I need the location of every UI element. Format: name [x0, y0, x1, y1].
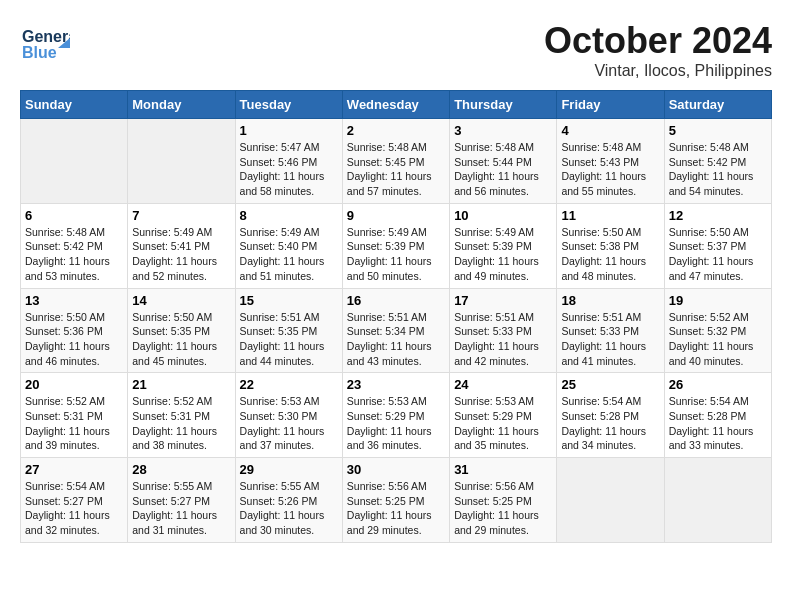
- day-info: Sunrise: 5:55 AM Sunset: 5:27 PM Dayligh…: [132, 479, 230, 538]
- day-info: Sunrise: 5:56 AM Sunset: 5:25 PM Dayligh…: [347, 479, 445, 538]
- day-number: 13: [25, 293, 123, 308]
- title-block: October 2024 Vintar, Ilocos, Philippines: [544, 20, 772, 80]
- calendar-week-row: 27Sunrise: 5:54 AM Sunset: 5:27 PM Dayli…: [21, 458, 772, 543]
- calendar-cell: 31Sunrise: 5:56 AM Sunset: 5:25 PM Dayli…: [450, 458, 557, 543]
- day-info: Sunrise: 5:49 AM Sunset: 5:39 PM Dayligh…: [454, 225, 552, 284]
- day-info: Sunrise: 5:48 AM Sunset: 5:44 PM Dayligh…: [454, 140, 552, 199]
- day-header-sunday: Sunday: [21, 91, 128, 119]
- calendar-week-row: 1Sunrise: 5:47 AM Sunset: 5:46 PM Daylig…: [21, 119, 772, 204]
- day-info: Sunrise: 5:52 AM Sunset: 5:31 PM Dayligh…: [132, 394, 230, 453]
- day-info: Sunrise: 5:54 AM Sunset: 5:28 PM Dayligh…: [669, 394, 767, 453]
- calendar-cell: 29Sunrise: 5:55 AM Sunset: 5:26 PM Dayli…: [235, 458, 342, 543]
- calendar-cell: 15Sunrise: 5:51 AM Sunset: 5:35 PM Dayli…: [235, 288, 342, 373]
- calendar-cell: 7Sunrise: 5:49 AM Sunset: 5:41 PM Daylig…: [128, 203, 235, 288]
- day-info: Sunrise: 5:53 AM Sunset: 5:30 PM Dayligh…: [240, 394, 338, 453]
- day-number: 4: [561, 123, 659, 138]
- day-number: 29: [240, 462, 338, 477]
- calendar-cell: 11Sunrise: 5:50 AM Sunset: 5:38 PM Dayli…: [557, 203, 664, 288]
- calendar-cell: 25Sunrise: 5:54 AM Sunset: 5:28 PM Dayli…: [557, 373, 664, 458]
- calendar-cell: 21Sunrise: 5:52 AM Sunset: 5:31 PM Dayli…: [128, 373, 235, 458]
- day-number: 3: [454, 123, 552, 138]
- calendar-cell: 16Sunrise: 5:51 AM Sunset: 5:34 PM Dayli…: [342, 288, 449, 373]
- calendar-cell: 5Sunrise: 5:48 AM Sunset: 5:42 PM Daylig…: [664, 119, 771, 204]
- day-number: 12: [669, 208, 767, 223]
- calendar-cell: 13Sunrise: 5:50 AM Sunset: 5:36 PM Dayli…: [21, 288, 128, 373]
- calendar-cell: [128, 119, 235, 204]
- calendar-cell: 27Sunrise: 5:54 AM Sunset: 5:27 PM Dayli…: [21, 458, 128, 543]
- day-number: 18: [561, 293, 659, 308]
- day-info: Sunrise: 5:50 AM Sunset: 5:38 PM Dayligh…: [561, 225, 659, 284]
- day-info: Sunrise: 5:54 AM Sunset: 5:27 PM Dayligh…: [25, 479, 123, 538]
- day-number: 9: [347, 208, 445, 223]
- day-number: 27: [25, 462, 123, 477]
- day-number: 6: [25, 208, 123, 223]
- calendar-cell: 17Sunrise: 5:51 AM Sunset: 5:33 PM Dayli…: [450, 288, 557, 373]
- day-number: 26: [669, 377, 767, 392]
- day-header-saturday: Saturday: [664, 91, 771, 119]
- calendar-cell: 26Sunrise: 5:54 AM Sunset: 5:28 PM Dayli…: [664, 373, 771, 458]
- day-number: 28: [132, 462, 230, 477]
- calendar-week-row: 20Sunrise: 5:52 AM Sunset: 5:31 PM Dayli…: [21, 373, 772, 458]
- day-header-tuesday: Tuesday: [235, 91, 342, 119]
- day-info: Sunrise: 5:54 AM Sunset: 5:28 PM Dayligh…: [561, 394, 659, 453]
- day-info: Sunrise: 5:51 AM Sunset: 5:35 PM Dayligh…: [240, 310, 338, 369]
- day-number: 17: [454, 293, 552, 308]
- day-number: 15: [240, 293, 338, 308]
- day-info: Sunrise: 5:49 AM Sunset: 5:40 PM Dayligh…: [240, 225, 338, 284]
- day-info: Sunrise: 5:49 AM Sunset: 5:39 PM Dayligh…: [347, 225, 445, 284]
- calendar-cell: [664, 458, 771, 543]
- day-number: 22: [240, 377, 338, 392]
- day-number: 14: [132, 293, 230, 308]
- calendar-cell: 3Sunrise: 5:48 AM Sunset: 5:44 PM Daylig…: [450, 119, 557, 204]
- calendar-cell: 4Sunrise: 5:48 AM Sunset: 5:43 PM Daylig…: [557, 119, 664, 204]
- calendar-cell: 10Sunrise: 5:49 AM Sunset: 5:39 PM Dayli…: [450, 203, 557, 288]
- day-info: Sunrise: 5:52 AM Sunset: 5:32 PM Dayligh…: [669, 310, 767, 369]
- day-number: 24: [454, 377, 552, 392]
- day-info: Sunrise: 5:48 AM Sunset: 5:45 PM Dayligh…: [347, 140, 445, 199]
- page-subtitle: Vintar, Ilocos, Philippines: [544, 62, 772, 80]
- calendar-cell: 9Sunrise: 5:49 AM Sunset: 5:39 PM Daylig…: [342, 203, 449, 288]
- calendar-cell: 19Sunrise: 5:52 AM Sunset: 5:32 PM Dayli…: [664, 288, 771, 373]
- calendar-cell: 30Sunrise: 5:56 AM Sunset: 5:25 PM Dayli…: [342, 458, 449, 543]
- calendar-cell: 24Sunrise: 5:53 AM Sunset: 5:29 PM Dayli…: [450, 373, 557, 458]
- day-number: 25: [561, 377, 659, 392]
- page-header: General Blue October 2024 Vintar, Ilocos…: [20, 20, 772, 80]
- day-number: 1: [240, 123, 338, 138]
- day-number: 8: [240, 208, 338, 223]
- day-number: 19: [669, 293, 767, 308]
- day-info: Sunrise: 5:52 AM Sunset: 5:31 PM Dayligh…: [25, 394, 123, 453]
- day-header-friday: Friday: [557, 91, 664, 119]
- calendar-week-row: 13Sunrise: 5:50 AM Sunset: 5:36 PM Dayli…: [21, 288, 772, 373]
- calendar-header-row: SundayMondayTuesdayWednesdayThursdayFrid…: [21, 91, 772, 119]
- day-number: 23: [347, 377, 445, 392]
- page-title: October 2024: [544, 20, 772, 62]
- day-number: 5: [669, 123, 767, 138]
- day-info: Sunrise: 5:50 AM Sunset: 5:36 PM Dayligh…: [25, 310, 123, 369]
- calendar-cell: 8Sunrise: 5:49 AM Sunset: 5:40 PM Daylig…: [235, 203, 342, 288]
- day-info: Sunrise: 5:50 AM Sunset: 5:35 PM Dayligh…: [132, 310, 230, 369]
- logo: General Blue: [20, 20, 70, 70]
- day-number: 30: [347, 462, 445, 477]
- day-number: 16: [347, 293, 445, 308]
- day-number: 10: [454, 208, 552, 223]
- day-info: Sunrise: 5:50 AM Sunset: 5:37 PM Dayligh…: [669, 225, 767, 284]
- calendar-body: 1Sunrise: 5:47 AM Sunset: 5:46 PM Daylig…: [21, 119, 772, 543]
- day-info: Sunrise: 5:48 AM Sunset: 5:42 PM Dayligh…: [669, 140, 767, 199]
- day-header-wednesday: Wednesday: [342, 91, 449, 119]
- calendar-table: SundayMondayTuesdayWednesdayThursdayFrid…: [20, 90, 772, 543]
- day-number: 11: [561, 208, 659, 223]
- day-number: 21: [132, 377, 230, 392]
- calendar-cell: 22Sunrise: 5:53 AM Sunset: 5:30 PM Dayli…: [235, 373, 342, 458]
- day-header-thursday: Thursday: [450, 91, 557, 119]
- day-info: Sunrise: 5:56 AM Sunset: 5:25 PM Dayligh…: [454, 479, 552, 538]
- calendar-cell: 12Sunrise: 5:50 AM Sunset: 5:37 PM Dayli…: [664, 203, 771, 288]
- day-header-monday: Monday: [128, 91, 235, 119]
- day-info: Sunrise: 5:47 AM Sunset: 5:46 PM Dayligh…: [240, 140, 338, 199]
- day-info: Sunrise: 5:53 AM Sunset: 5:29 PM Dayligh…: [454, 394, 552, 453]
- svg-text:Blue: Blue: [22, 44, 57, 61]
- day-number: 31: [454, 462, 552, 477]
- calendar-cell: 14Sunrise: 5:50 AM Sunset: 5:35 PM Dayli…: [128, 288, 235, 373]
- calendar-cell: 28Sunrise: 5:55 AM Sunset: 5:27 PM Dayli…: [128, 458, 235, 543]
- day-info: Sunrise: 5:51 AM Sunset: 5:34 PM Dayligh…: [347, 310, 445, 369]
- day-info: Sunrise: 5:48 AM Sunset: 5:43 PM Dayligh…: [561, 140, 659, 199]
